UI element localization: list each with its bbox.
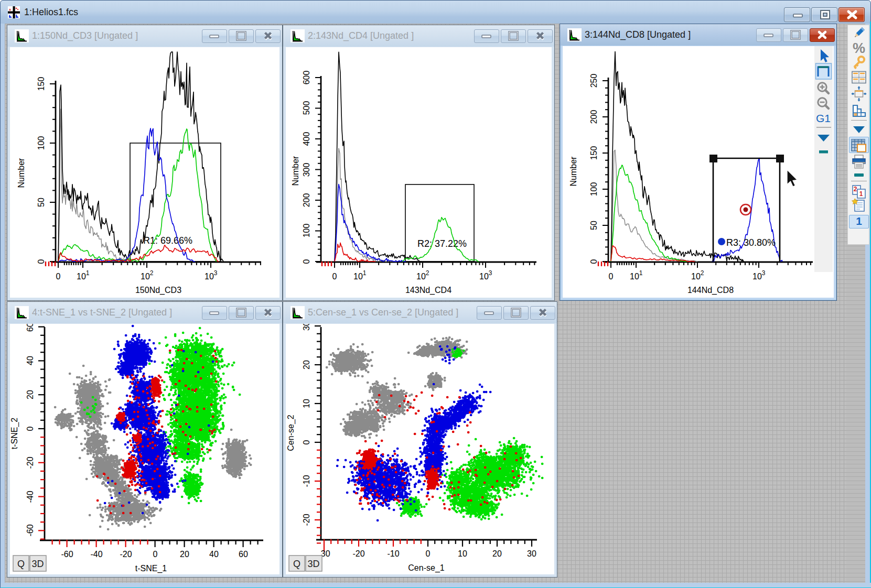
svg-text:60: 60 (26, 324, 35, 332)
svg-text:0: 0 (56, 272, 61, 281)
svg-text:150: 150 (589, 146, 598, 160)
svg-text:-20: -20 (352, 549, 364, 558)
svg-text:100: 100 (589, 182, 598, 197)
svg-text:150Nd_CD3: 150Nd_CD3 (135, 286, 181, 295)
svg-text:-10: -10 (302, 475, 311, 487)
svg-text:Q: Q (17, 559, 25, 569)
svg-text:0: 0 (589, 259, 598, 264)
svg-text:3D: 3D (307, 559, 319, 569)
svg-text:Number: Number (569, 156, 578, 187)
svg-text:60: 60 (239, 550, 248, 559)
svg-text:50: 50 (37, 198, 46, 207)
svg-text:103: 103 (205, 269, 218, 281)
svg-text:G1: G1 (816, 112, 831, 124)
svg-text:10: 10 (302, 399, 311, 408)
svg-text:0: 0 (302, 440, 311, 444)
svg-text:Number: Number (17, 158, 26, 188)
svg-text:20: 20 (302, 360, 311, 369)
svg-text:-40: -40 (90, 550, 102, 559)
svg-text:3D: 3D (31, 559, 44, 569)
svg-text:R3: 30.80%: R3: 30.80% (726, 237, 776, 248)
svg-text:2: 2 (854, 186, 857, 193)
svg-text:103: 103 (479, 269, 492, 281)
svg-text:40: 40 (209, 550, 219, 559)
svg-text:t-SNE_2: t-SNE_2 (10, 418, 19, 450)
svg-text:Cen-se_2: Cen-se_2 (286, 415, 296, 451)
svg-text:0: 0 (37, 259, 46, 264)
svg-text:Cen-se_1: Cen-se_1 (408, 563, 444, 573)
svg-text:20: 20 (180, 550, 189, 559)
svg-text:10: 10 (458, 549, 467, 558)
svg-text:Q: Q (293, 559, 300, 569)
svg-text:101: 101 (353, 269, 367, 281)
svg-text:500: 500 (302, 101, 311, 115)
svg-text:300: 300 (302, 163, 311, 177)
svg-text:Number: Number (291, 156, 300, 186)
svg-text:101: 101 (77, 269, 90, 281)
svg-text:100: 100 (37, 136, 46, 150)
svg-text:143Nd_CD4: 143Nd_CD4 (405, 286, 451, 295)
svg-text:40: 40 (26, 356, 35, 365)
svg-text:250: 250 (589, 74, 598, 88)
svg-text:0: 0 (426, 549, 431, 558)
svg-text:20: 20 (26, 390, 35, 399)
svg-text:30: 30 (527, 549, 536, 558)
svg-text:0: 0 (26, 426, 35, 431)
svg-text:0: 0 (332, 272, 337, 281)
svg-text:0: 0 (153, 550, 158, 559)
svg-text:0: 0 (302, 259, 311, 264)
svg-text:144Nd_CD8: 144Nd_CD8 (687, 286, 734, 295)
svg-text:%: % (853, 40, 865, 56)
svg-text:1: 1 (859, 190, 863, 198)
svg-text:-20: -20 (120, 550, 132, 559)
svg-text:-60: -60 (26, 524, 35, 536)
svg-text:400: 400 (302, 132, 311, 146)
svg-text:102: 102 (416, 269, 429, 281)
svg-text:-20: -20 (302, 514, 311, 526)
svg-text:t-SNE_1: t-SNE_1 (135, 564, 167, 573)
svg-text:150: 150 (37, 77, 46, 91)
svg-text:103: 103 (752, 269, 766, 281)
svg-text:0: 0 (609, 272, 614, 281)
svg-text:R2: 37.22%: R2: 37.22% (417, 238, 467, 249)
svg-text:101: 101 (630, 269, 643, 281)
svg-text:100: 100 (302, 224, 311, 238)
svg-text:20: 20 (492, 549, 502, 558)
svg-text:102: 102 (141, 269, 154, 281)
svg-text:30: 30 (302, 324, 311, 331)
svg-text:-10: -10 (387, 549, 399, 558)
svg-text:102: 102 (691, 269, 704, 281)
svg-text:-20: -20 (26, 456, 35, 469)
svg-text:200: 200 (302, 193, 311, 208)
svg-text:600: 600 (302, 71, 311, 85)
svg-text:-40: -40 (26, 491, 35, 503)
svg-text:R1: 69.66%: R1: 69.66% (143, 235, 192, 246)
svg-text:200: 200 (589, 110, 598, 124)
svg-text:50: 50 (589, 221, 598, 230)
svg-text:-60: -60 (61, 550, 73, 559)
